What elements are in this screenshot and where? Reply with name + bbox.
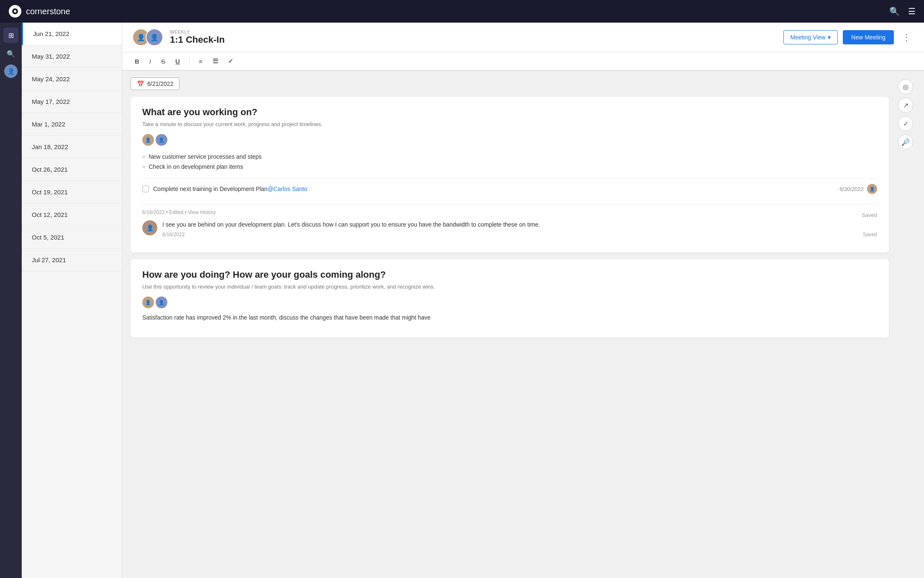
card-avatars: 👤 👤 xyxy=(142,297,877,308)
comment-meta: 6/16/2022 • Edited • View History xyxy=(142,209,216,215)
comment-footer: 6/16/2022 Saved xyxy=(162,232,877,237)
svg-point-2 xyxy=(14,10,16,13)
meeting-view-button[interactable]: Meeting View ▾ xyxy=(783,30,838,44)
ordered-list-button[interactable]: ≡ xyxy=(196,56,205,67)
date-badge[interactable]: 📅 6/21/2022 xyxy=(131,77,180,90)
bold-button[interactable]: B xyxy=(132,56,142,67)
meeting-type-label: Weekly xyxy=(170,29,783,34)
date-list-item[interactable]: Jun 21, 2022 xyxy=(22,23,122,45)
list-item: Check in on development plan items xyxy=(142,162,877,172)
app-name: cornerstone xyxy=(26,7,70,16)
chevron-down-icon: ▾ xyxy=(828,34,831,41)
card-goals: How are you doing? How are your goals co… xyxy=(131,259,889,338)
toolbar-divider xyxy=(189,57,190,65)
more-options-button[interactable]: ⋮ xyxy=(899,31,914,44)
comment-date: 6/16/2022 xyxy=(162,232,185,237)
list-item: New customer service processes and steps xyxy=(142,152,877,162)
task-meta: 6/30/2022 👤 xyxy=(839,184,877,194)
comment-section: 6/16/2022 • Edited • View History Saved … xyxy=(142,204,877,237)
task-checkbox[interactable] xyxy=(142,186,149,192)
sidebar-search-btn[interactable]: 🔍 xyxy=(3,46,18,61)
underline-button[interactable]: U xyxy=(173,56,182,67)
formatting-toolbar: B I S U ≡ ☰ ✓ xyxy=(122,52,924,71)
card-title: What are you working on? xyxy=(142,107,877,118)
date-list-item[interactable]: Oct 12, 2021 xyxy=(22,204,122,226)
date-list-item[interactable]: Jan 18, 2022 xyxy=(22,136,122,158)
strikethrough-button[interactable]: S xyxy=(159,56,168,67)
target-icon-btn[interactable]: ◎ xyxy=(898,79,913,94)
card-body-text: Satisfaction rate has improved 2% in the… xyxy=(142,314,877,321)
avatar-secondary: 👤 xyxy=(146,28,163,46)
main-layout: ⊞ 🔍 👤 Jun 21, 2022 May 31, 2022 May 24, … xyxy=(0,23,924,578)
task-link[interactable]: @Carlos Santo xyxy=(267,186,307,192)
search-person-icon-btn[interactable]: 🔎 xyxy=(898,134,913,150)
card-subtitle: Take a minute to discuss your current wo… xyxy=(142,121,877,127)
task-text: Complete next training in Development Pl… xyxy=(153,186,835,192)
card-avatar-a: 👤 xyxy=(142,297,154,308)
current-date: 6/21/2022 xyxy=(147,80,173,87)
unordered-list-button[interactable]: ☰ xyxy=(210,56,221,67)
search-icon[interactable]: 🔍 xyxy=(889,6,900,16)
check-button[interactable]: ✓ xyxy=(226,56,236,67)
main-column: 📅 6/21/2022 What are you working on? Tak… xyxy=(131,77,889,571)
header-title-group: Weekly 1:1 Check-In xyxy=(170,29,783,45)
date-list-item[interactable]: May 17, 2022 xyxy=(22,90,122,113)
comment-saved: Saved xyxy=(863,232,877,237)
comment-saved-top: Saved xyxy=(862,212,877,218)
date-list-item[interactable]: Oct 19, 2021 xyxy=(22,181,122,204)
comment-body: I see you are behind on your development… xyxy=(162,220,877,237)
card-title: How are you doing? How are your goals co… xyxy=(142,269,877,280)
menu-icon[interactable]: ☰ xyxy=(908,6,916,16)
card-subtitle: Use this opportunity to review your indi… xyxy=(142,284,877,290)
bullet-list: New customer service processes and steps… xyxy=(142,152,877,172)
date-list-item[interactable]: May 31, 2022 xyxy=(22,45,122,68)
task-item: Complete next training in Development Pl… xyxy=(142,178,877,199)
app-logo: cornerstone xyxy=(8,5,70,18)
new-meeting-button[interactable]: New Meeting xyxy=(843,30,894,44)
card-avatar-a: 👤 xyxy=(142,134,154,146)
date-list-panel: Jun 21, 2022 May 31, 2022 May 24, 2022 M… xyxy=(22,23,122,578)
card-avatars: 👤 👤 xyxy=(142,134,877,146)
italic-button[interactable]: I xyxy=(147,56,154,67)
page-title: 1:1 Check-In xyxy=(170,34,783,45)
comment-text: I see you are behind on your development… xyxy=(162,220,877,229)
date-list-item[interactable]: Oct 5, 2021 xyxy=(22,226,122,249)
date-list-item[interactable]: Oct 26, 2021 xyxy=(22,158,122,181)
content-scroll[interactable]: 📅 6/21/2022 What are you working on? Tak… xyxy=(122,71,924,578)
sidebar-icons: ⊞ 🔍 👤 xyxy=(0,23,22,578)
date-list-item[interactable]: Mar 1, 2022 xyxy=(22,113,122,136)
top-bar-actions: 🔍 ☰ xyxy=(889,6,916,16)
check-icon-btn[interactable]: ✓ xyxy=(898,116,913,131)
comment-item: 👤 I see you are behind on your developme… xyxy=(142,220,877,237)
chart-icon-btn[interactable]: ↗ xyxy=(898,98,913,113)
commenter-avatar: 👤 xyxy=(142,220,157,235)
task-avatar: 👤 xyxy=(867,184,877,194)
sidebar-home-btn[interactable]: ⊞ xyxy=(3,28,18,43)
date-list-item[interactable]: May 24, 2022 xyxy=(22,68,122,90)
content-header: 👤 👤 Weekly 1:1 Check-In Meeting View ▾ N… xyxy=(122,23,924,52)
task-due-date: 6/30/2022 xyxy=(839,186,864,192)
date-list-item[interactable]: Jul 27, 2021 xyxy=(22,249,122,271)
right-panel: ◎ ↗ ✓ 🔎 xyxy=(896,77,916,571)
content-area: 👤 👤 Weekly 1:1 Check-In Meeting View ▾ N… xyxy=(122,23,924,578)
card-working-on: What are you working on? Take a minute t… xyxy=(131,97,889,253)
header-actions: Meeting View ▾ New Meeting ⋮ xyxy=(783,30,914,44)
calendar-icon: 📅 xyxy=(137,80,144,87)
sidebar-avatar[interactable]: 👤 xyxy=(4,65,18,78)
top-bar: cornerstone 🔍 ☰ xyxy=(0,0,924,23)
card-avatar-b: 👤 xyxy=(156,297,167,308)
card-avatar-b: 👤 xyxy=(156,134,167,146)
header-avatars: 👤 👤 xyxy=(132,28,163,46)
